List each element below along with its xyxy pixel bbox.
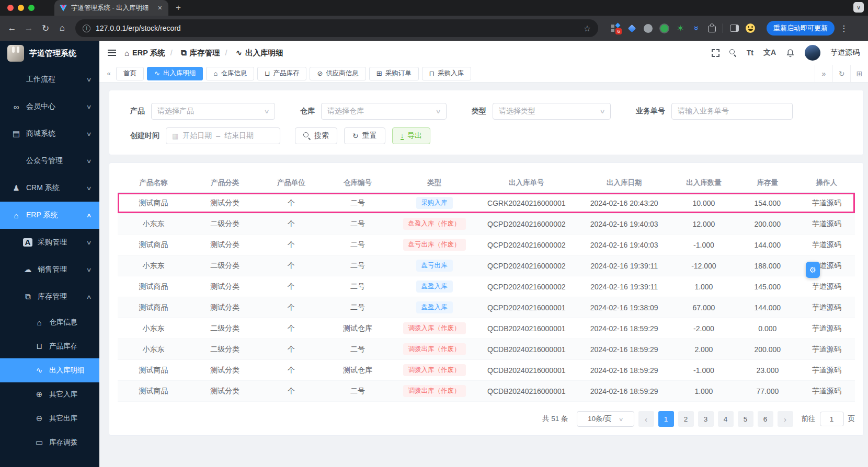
breadcrumb-erp-system[interactable]: ⌂ ERP 系统 <box>124 48 165 58</box>
tab-supplier-info[interactable]: ⊘ 供应商信息 <box>310 67 366 80</box>
prev-page-button[interactable]: ‹ <box>638 411 654 427</box>
chevrons-extension-icon[interactable] <box>692 24 701 33</box>
adblock-extension-icon[interactable]: 6 <box>611 24 620 33</box>
table-row[interactable]: 测试商品 测试分类 个 二号 调拨出库（作废） QCDB202402160000… <box>118 381 855 402</box>
page-suffix: 页 <box>848 414 855 424</box>
username[interactable]: 芋道源码 <box>830 48 860 57</box>
tabs-refresh-icon[interactable]: ↻ <box>832 65 850 82</box>
page-button[interactable]: 5 <box>738 411 753 427</box>
forward-icon[interactable]: → <box>21 20 37 36</box>
green-extension-icon[interactable] <box>660 25 668 32</box>
tab-home[interactable]: 首页 <box>116 67 144 80</box>
tabs-scroll-right-icon[interactable]: » <box>815 65 832 82</box>
sidebar-item-crm-system[interactable]: ♟ CRM 系统 ∨ <box>0 174 99 202</box>
new-tab-button[interactable]: + <box>176 3 181 13</box>
sidebar-item-purchase-mgmt[interactable]: A 采购管理 ∨ <box>0 229 99 256</box>
type-badge: 盘盈入库 <box>416 301 453 313</box>
star-extension-icon[interactable]: ✶ <box>676 24 685 33</box>
browser-tab[interactable]: 芋道管理系统 - 出入库明细 × <box>54 0 168 16</box>
page-button[interactable]: 3 <box>698 411 714 427</box>
reload-icon[interactable]: ↻ <box>38 20 53 36</box>
type-badge: 调拨出库（作废） <box>403 343 466 355</box>
page-button[interactable]: 4 <box>718 411 734 427</box>
goto-page-input[interactable] <box>820 412 844 426</box>
theme-settings-button[interactable]: ⚙ <box>806 262 820 278</box>
browser-update-button[interactable]: 重新启动即可更新 <box>767 21 835 36</box>
sidebar-item-stock-record[interactable]: ∿ 出入库明细 <box>0 358 99 382</box>
back-icon[interactable]: ← <box>4 20 20 36</box>
user-avatar[interactable] <box>805 45 820 61</box>
sidebar-item-other-in[interactable]: ⊕ 其它入库 <box>0 382 99 406</box>
export-button[interactable]: ↓ 导出 <box>392 127 431 144</box>
tab-close-icon[interactable]: × <box>157 4 163 12</box>
type-select[interactable]: 请选择类型 ∨ <box>493 103 611 120</box>
reset-button[interactable]: ↻ 重置 <box>344 127 385 144</box>
page-button[interactable]: 2 <box>678 411 694 427</box>
sidebar-item-mp-admin[interactable]: 公众号管理 ∨ <box>0 147 99 174</box>
notification-bell-icon[interactable] <box>786 49 795 57</box>
tab-icon: ⊘ <box>317 69 323 77</box>
tabs-scroll-left-icon[interactable]: « <box>101 69 116 77</box>
extensions-puzzle-icon[interactable] <box>708 26 716 32</box>
tab-stock-record[interactable]: ∿ 出入库明细 <box>147 67 203 80</box>
sidebar-item-product-stock[interactable]: ⊔ 产品库存 <box>0 334 99 358</box>
sidebar-item-erp-system[interactable]: ⌂ ERP 系统 ∧ <box>0 202 99 229</box>
bookmark-star-icon[interactable]: ☆ <box>584 24 591 33</box>
window-minimize-button[interactable] <box>18 5 24 11</box>
tab-purchase-in[interactable]: ⊓ 采购入库 <box>422 67 471 80</box>
home-icon[interactable]: ⌂ <box>54 20 70 36</box>
sidebar-item-warehouse-info[interactable]: ⌂ 仓库信息 <box>0 310 99 334</box>
breadcrumb-stock-record[interactable]: ∿ 出入库明细 <box>220 48 283 58</box>
page-size-select[interactable]: 10条/页 ∨ <box>577 411 634 427</box>
table-row[interactable]: 小东东 二级分类 个 二号 盘亏出库 QCPD20240216000002 20… <box>118 255 855 276</box>
product-select[interactable]: 请选择产品 ∨ <box>151 103 275 120</box>
browser-menu-icon[interactable]: ⋮ <box>836 24 852 33</box>
next-page-button[interactable]: › <box>778 411 793 427</box>
sidebar-item-sales-mgmt[interactable]: ☁ 销售管理 ∨ <box>0 256 99 283</box>
profile-avatar-icon[interactable] <box>746 24 755 33</box>
search-button[interactable]: 搜索 <box>295 127 337 144</box>
breadcrumb-inventory-mgmt[interactable]: ⧉ 库存管理 <box>165 48 220 58</box>
window-maximize-button[interactable] <box>28 5 35 11</box>
search-icon <box>303 132 311 139</box>
bizno-input[interactable]: 请输入业务单号 <box>671 103 793 120</box>
chevron-icon: ∨ <box>86 158 92 165</box>
search-icon[interactable] <box>729 49 737 56</box>
table-row[interactable]: 测试商品 测试分类 个 二号 采购入库 CGRK20240216000001 2… <box>118 193 855 214</box>
table-row[interactable]: 测试商品 测试分类 个 二号 盘盈入库 QCPD20240216000002 2… <box>118 276 855 297</box>
tab-purchase-order[interactable]: ⊞ 采购订单 <box>369 67 419 80</box>
page-button[interactable]: 1 <box>658 411 674 427</box>
window-close-button[interactable] <box>7 5 14 11</box>
table-row[interactable]: 小东东 二级分类 个 二号 调拨出库（作废） QCDB2024021600000… <box>118 339 855 360</box>
kite-extension-icon[interactable] <box>627 24 636 33</box>
table-row[interactable]: 测试商品 测试分类 个 二号 盘盈入库 QCPD20240216000001 2… <box>118 297 855 318</box>
table-row[interactable]: 小东东 二级分类 个 二号 盘盈入库（作废） QCPD2024021600000… <box>118 214 855 235</box>
tab-product-stock[interactable]: ⊔ 产品库存 <box>257 67 306 80</box>
sidebar-item-mall-system[interactable]: ▤ 商城系统 ∨ <box>0 120 99 147</box>
url-bar[interactable]: 127.0.0.1/erp/stock/record ☆ <box>75 19 598 37</box>
collapse-sidebar-icon[interactable] <box>108 50 116 56</box>
create-time-label: 创建时间 <box>130 131 159 141</box>
table-row[interactable]: 小东东 二级分类 个 测试仓库 调拨入库（作废） QCDB20240216000… <box>118 318 855 339</box>
sidebar-item-workflow[interactable]: 工作流程 ∨ <box>0 66 99 93</box>
date-range-input[interactable]: ▦ 开始日期 – 结束日期 <box>166 127 280 144</box>
page-button[interactable]: 6 <box>758 411 773 427</box>
font-size-icon[interactable]: Tt <box>747 49 753 57</box>
cloud-chart-icon: ☁ <box>23 265 32 274</box>
tab-search-button[interactable]: ∨ <box>853 2 864 13</box>
warehouse-select[interactable]: 请选择仓库 ∨ <box>321 103 447 120</box>
table-row[interactable]: 测试商品 测试分类 个 测试仓库 调拨入库（作废） QCDB2024021600… <box>118 360 855 381</box>
sidebar-item-other-out[interactable]: ⊖ 其它出库 <box>0 406 99 430</box>
sidebar-item-member-center[interactable]: ∞ 会员中心 ∨ <box>0 93 99 120</box>
side-panel-icon[interactable] <box>730 25 739 32</box>
table-row[interactable]: 测试商品 测试分类 个 二号 盘亏出库（作废） QCPD202402160000… <box>118 235 855 255</box>
gray-extension-icon[interactable] <box>644 24 653 33</box>
language-icon[interactable]: 文A <box>763 48 776 57</box>
url-text[interactable]: 127.0.0.1/erp/stock/record <box>96 24 181 32</box>
fullscreen-icon[interactable] <box>712 49 719 57</box>
tabs-menu-icon[interactable]: ⊞ <box>850 65 868 82</box>
tab-warehouse-info[interactable]: ⌂ 仓库信息 <box>206 67 254 80</box>
site-info-icon[interactable] <box>83 25 90 32</box>
sidebar-item-stock-transfer[interactable]: ▭ 库存调拨 <box>0 430 99 454</box>
sidebar-item-inventory-mgmt[interactable]: ⧉ 库存管理 ∧ <box>0 283 99 310</box>
